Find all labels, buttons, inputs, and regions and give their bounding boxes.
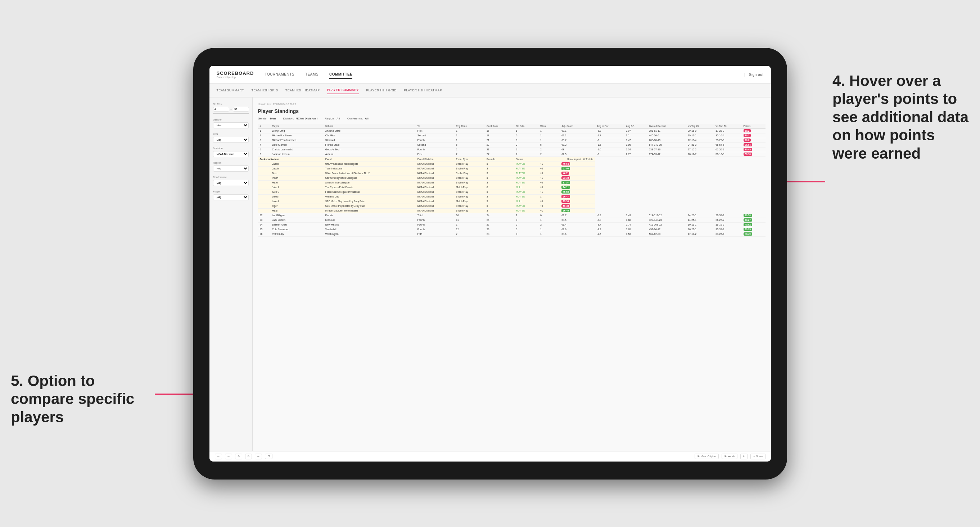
filter-gender-label: Gender: — [258, 117, 269, 120]
table-row: 23 Jack Lundin Missouri Fourth 11 24 0 1… — [258, 217, 765, 222]
table-row: 2 Michael La Sasso Ole Miss Second 1 18 … — [258, 133, 765, 138]
standings-table: # Player School Yr Reg Rank Conf Rank No… — [258, 124, 765, 237]
sidebar-player-label: Player — [213, 190, 249, 193]
filter-division-label: Division: — [283, 117, 294, 120]
sidebar-gender-label: Gender — [213, 118, 249, 121]
sidebar-division-select[interactable]: NCAA Division I — [213, 151, 249, 157]
watch-icon: 👁 — [724, 455, 727, 457]
col-overall: Overall Record — [647, 124, 686, 129]
tooltip-header-row: Jackson Koivun Event Event Division Even… — [258, 157, 765, 162]
sidebar-division: Division NCAA Division I — [213, 147, 249, 157]
tooltip-data-row: Mattl Mirabel Maui Jim Intercollegiate N… — [258, 208, 765, 213]
sidebar-gender-select[interactable]: Men — [213, 122, 249, 129]
sign-out-button[interactable]: Sign out — [749, 71, 764, 78]
annotation-right-text: 4. Hover over a player's points to see a… — [832, 72, 969, 162]
col-avg-to-par: Avg to Par — [595, 124, 624, 129]
toolbar-edit[interactable]: ✏ — [255, 454, 262, 459]
sidebar-conference-label: Conference — [213, 176, 249, 178]
outer-wrapper: 5. Option to compare specific players 4.… — [0, 0, 980, 527]
nav-tournaments[interactable]: TOURNAMENTS — [264, 70, 294, 79]
sub-nav: TEAM SUMMARY TEAM H2H GRID TEAM H2H HEAT… — [210, 84, 771, 97]
table-row: 4 Luke Clanton Florida State Second 5 27… — [258, 143, 765, 147]
slider-fill — [213, 113, 249, 114]
tooltip-data-row: Alex C Fallen Oak Collegiate Invitationa… — [258, 190, 765, 194]
logo-text: SCOREBOARD — [217, 70, 254, 76]
tooltip-data-row: Jacob Tiger Invitational NCAA Division I… — [258, 166, 765, 171]
sidebar-gender: Gender Men — [213, 118, 249, 129]
table-row: 5 Christo Lamprecht Georgia Tech Fourth … — [258, 147, 765, 152]
sidebar-no-rds: No Rds. - — [213, 103, 249, 114]
sidebar-division-label: Division — [213, 147, 249, 150]
tooltip-data-row: Pinch Southern Highlands Collegiate NCAA… — [258, 176, 765, 180]
nav-committee[interactable]: COMMITTEE — [329, 70, 353, 79]
filter-region-value: All — [337, 117, 340, 120]
content-area: Update time: 27/01/2024 16:56:26 Player … — [253, 97, 771, 451]
nav-teams[interactable]: TEAMS — [305, 70, 318, 79]
annotation-left: 5. Option to compare specific players — [11, 372, 148, 426]
nav-divider: | — [744, 73, 745, 77]
filters-row: Gender: Men Division: NCAA Division I Re… — [258, 117, 765, 120]
slider-track[interactable] — [213, 113, 249, 114]
table-row: 3 Michael Thorbjornsen Stanford Fourth 1… — [258, 138, 765, 143]
filter-division-value: NCAA Division I — [296, 117, 318, 120]
tooltip-data-row: Tiger SEC Stroke Play hosted by Jerry Pa… — [258, 203, 765, 208]
filter-region: Region: All — [325, 117, 340, 120]
sidebar-no-rds-to[interactable] — [233, 107, 249, 111]
toolbar-timer[interactable]: ⏱ — [265, 454, 272, 459]
toolbar-watch[interactable]: 👁 Watch — [722, 454, 737, 459]
watch-label: Watch — [728, 455, 735, 457]
sidebar-no-rds-from[interactable] — [213, 107, 229, 111]
tooltip-data-row: Jacob UNCW Seahawk Intercollegiate NCAA … — [258, 162, 765, 166]
sidebar-player-select[interactable]: (All) — [213, 194, 249, 200]
toolbar-share[interactable]: ↗ Share — [750, 454, 765, 459]
sub-nav-player-h2h-heatmap[interactable]: PLAYER H2H HEATMAP — [404, 87, 442, 94]
col-wins: Wins — [538, 124, 560, 129]
logo-sub: Powered by clippi — [217, 76, 254, 78]
sidebar-conference-select[interactable]: (All) — [213, 180, 249, 186]
filter-gender: Gender: Men — [258, 117, 276, 120]
sidebar-no-rds-label: No Rds. — [213, 103, 249, 105]
sidebar-region: Region N/A — [213, 162, 249, 171]
sidebar-year: Year (All) — [213, 133, 249, 143]
share-icon: ↗ — [753, 455, 755, 458]
sub-nav-player-summary[interactable]: PLAYER SUMMARY — [327, 86, 359, 94]
sidebar-player: Player (All) — [213, 190, 249, 200]
table-row: 22 Ian Gilligan Florida Third 10 24 1 0 … — [258, 213, 765, 217]
col-conf-rank: Conf Rank — [485, 124, 514, 129]
toolbar-redo[interactable]: ↪ — [225, 454, 232, 459]
main-content: No Rds. - Gender Men — [210, 97, 771, 451]
col-player: Player — [270, 124, 323, 129]
sidebar-region-select[interactable]: N/A — [213, 165, 249, 171]
toolbar-undo[interactable]: ↩ — [215, 454, 222, 459]
sidebar: No Rds. - Gender Men — [210, 97, 253, 451]
toolbar-view-original[interactable]: 👁 View: Original — [695, 454, 719, 459]
tooltip-data-row: Jake I The Cypress Point Classic NCAA Di… — [258, 185, 765, 190]
sub-nav-team-h2h-heatmap[interactable]: TEAM H2H HEATMAP — [285, 87, 320, 94]
table-row: 1 Wenyi Ding Arizona State First 1 15 1 … — [258, 129, 765, 133]
table-row: 6 Jackson Koivun Auburn First 2 27 2 2 6… — [258, 152, 765, 157]
table-row: 24 Bastien Amat New Mexico Fourth 1 27 2… — [258, 222, 765, 227]
sidebar-year-label: Year — [213, 133, 249, 135]
toolbar-settings[interactable]: ⚙ — [235, 454, 242, 459]
filter-region-label: Region: — [325, 117, 335, 120]
nav-right: | Sign out — [744, 71, 763, 78]
toolbar-copy[interactable]: ⧉ — [245, 454, 252, 459]
col-no-rds: No Rds. — [514, 124, 538, 129]
sidebar-region-label: Region — [213, 162, 249, 164]
annotation-left-text: 5. Option to compare specific players — [11, 372, 134, 425]
sub-nav-team-h2h-grid[interactable]: TEAM H2H GRID — [251, 87, 278, 94]
sidebar-year-select[interactable]: (All) — [213, 137, 249, 143]
sub-nav-team-summary[interactable]: TEAM SUMMARY — [217, 87, 244, 94]
sidebar-conference: Conference (All) — [213, 176, 249, 186]
tooltip-data-row: David Williams Cup NCAA Division I Strok… — [258, 194, 765, 199]
table-header-row: # Player School Yr Reg Rank Conf Rank No… — [258, 124, 765, 129]
sidebar-no-rds-range: - — [213, 107, 249, 111]
filter-division: Division: NCAA Division I — [283, 117, 317, 120]
filter-conference-label: Conference: — [347, 117, 363, 120]
col-reg-rank: Reg Rank — [454, 124, 485, 129]
toolbar-download[interactable]: ⬇ — [740, 454, 748, 459]
sub-nav-player-h2h-grid[interactable]: PLAYER H2H GRID — [366, 87, 397, 94]
view-original-label: View: Original — [701, 455, 716, 457]
col-adj-score: Adj. Score — [560, 124, 595, 129]
table-row: 26 Petr Hruby Washington Fifth 7 23 0 1 … — [258, 232, 765, 237]
